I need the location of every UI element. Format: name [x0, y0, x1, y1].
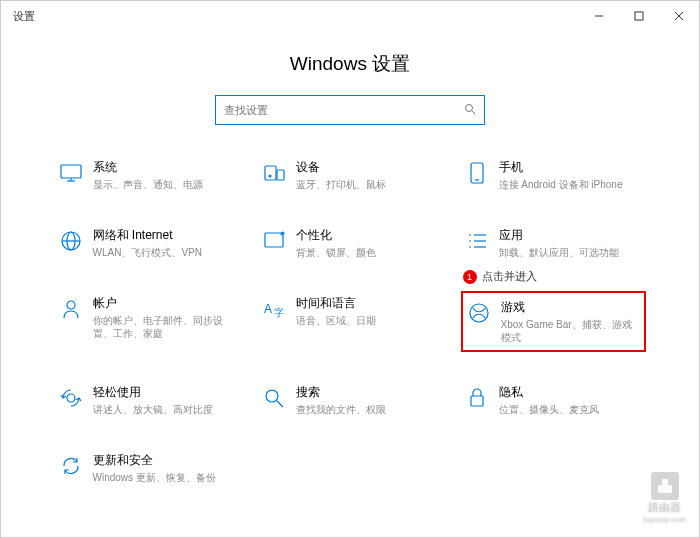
- settings-grid: 系统 显示、声音、通知、电源 设备 蓝牙、打印机、鼠标 手机 连接 Androi…: [1, 155, 699, 488]
- tile-sub: 蓝牙、打印机、鼠标: [296, 178, 439, 191]
- svg-rect-1: [635, 12, 643, 20]
- tile-phone[interactable]: 手机 连接 Android 设备和 iPhone: [461, 155, 646, 195]
- tile-accounts[interactable]: 帐户 你的帐户、电子邮件、同步设置、工作、家庭: [55, 291, 240, 352]
- tile-sub: 查找我的文件、权限: [296, 403, 439, 416]
- tile-title: 个性化: [296, 227, 439, 244]
- svg-line-30: [277, 401, 283, 407]
- tile-ease-of-access[interactable]: 轻松使用 讲述人、放大镜、高对比度: [55, 380, 240, 420]
- search-icon: [464, 103, 476, 118]
- annotation-badge: 1: [463, 270, 477, 284]
- search-container: [1, 95, 699, 125]
- tile-devices[interactable]: 设备 蓝牙、打印机、鼠标: [258, 155, 443, 195]
- minimize-button[interactable]: [579, 1, 619, 31]
- network-icon: [59, 229, 83, 253]
- tile-sub: 语音、区域、日期: [296, 314, 439, 327]
- search-input[interactable]: [224, 104, 464, 116]
- svg-rect-9: [265, 166, 276, 180]
- tile-update-security[interactable]: 更新和安全 Windows 更新、恢复、备份: [55, 448, 240, 488]
- gaming-icon: [467, 301, 491, 325]
- close-button[interactable]: [659, 1, 699, 31]
- devices-icon: [262, 161, 286, 185]
- tile-sub: 你的帐户、电子邮件、同步设置、工作、家庭: [93, 314, 236, 340]
- tile-privacy[interactable]: 隐私 位置、摄像头、麦克风: [461, 380, 646, 420]
- tile-sub: WLAN、飞行模式、VPN: [93, 246, 236, 259]
- time-language-icon: A字: [262, 297, 286, 321]
- apps-icon: [465, 229, 489, 253]
- svg-rect-31: [471, 396, 483, 406]
- ease-icon: [59, 386, 83, 410]
- svg-point-28: [67, 394, 75, 402]
- svg-rect-32: [658, 485, 672, 493]
- svg-rect-33: [662, 479, 668, 485]
- tile-personalization[interactable]: 个性化 背景、锁屏、颜色: [258, 223, 443, 263]
- tile-title: 系统: [93, 159, 236, 176]
- svg-rect-17: [265, 233, 283, 247]
- titlebar: 设置: [1, 1, 699, 31]
- svg-rect-6: [61, 165, 81, 178]
- svg-point-11: [269, 175, 271, 177]
- tile-sub: 卸载、默认应用、可选功能: [499, 246, 642, 259]
- tile-network[interactable]: 网络和 Internet WLAN、飞行模式、VPN: [55, 223, 240, 263]
- watermark: 路由器 luyouqi.com: [643, 472, 686, 524]
- svg-point-29: [266, 390, 278, 402]
- svg-rect-10: [277, 170, 284, 180]
- tile-system[interactable]: 系统 显示、声音、通知、电源: [55, 155, 240, 195]
- tile-title: 网络和 Internet: [93, 227, 236, 244]
- tile-sub: 连接 Android 设备和 iPhone: [499, 178, 642, 191]
- tile-sub: 显示、声音、通知、电源: [93, 178, 236, 191]
- maximize-button[interactable]: [619, 1, 659, 31]
- tile-title: 应用: [499, 227, 642, 244]
- tile-title: 帐户: [93, 295, 236, 312]
- tile-title: 手机: [499, 159, 642, 176]
- tile-title: 轻松使用: [93, 384, 236, 401]
- tile-apps[interactable]: 应用 卸载、默认应用、可选功能: [461, 223, 646, 263]
- annotation: 1 点击并进入: [463, 269, 537, 284]
- update-icon: [59, 454, 83, 478]
- tile-sub: 背景、锁屏、颜色: [296, 246, 439, 259]
- window-controls: [579, 1, 699, 31]
- tile-title: 时间和语言: [296, 295, 439, 312]
- svg-point-4: [466, 104, 473, 111]
- tile-sub: 讲述人、放大镜、高对比度: [93, 403, 236, 416]
- watermark-text: 路由器: [648, 500, 681, 515]
- search-box[interactable]: [215, 95, 485, 125]
- page-title: Windows 设置: [1, 51, 699, 77]
- tile-title: 搜索: [296, 384, 439, 401]
- watermark-icon: [651, 472, 679, 500]
- tile-search[interactable]: 搜索 查找我的文件、权限: [258, 380, 443, 420]
- search-tile-icon: [262, 386, 286, 410]
- svg-point-24: [67, 301, 75, 309]
- window-title: 设置: [13, 9, 579, 24]
- phone-icon: [465, 161, 489, 185]
- tile-title: 隐私: [499, 384, 642, 401]
- svg-text:字: 字: [274, 307, 284, 318]
- svg-text:A: A: [264, 302, 272, 316]
- tile-sub: Windows 更新、恢复、备份: [93, 471, 236, 484]
- svg-line-5: [472, 111, 475, 114]
- annotation-text: 点击并进入: [482, 269, 537, 284]
- privacy-icon: [465, 386, 489, 410]
- tile-title: 游戏: [501, 299, 640, 316]
- tile-sub: 位置、摄像头、麦克风: [499, 403, 642, 416]
- tile-time-language[interactable]: A字 时间和语言 语音、区域、日期: [258, 291, 443, 352]
- tile-title: 更新和安全: [93, 452, 236, 469]
- accounts-icon: [59, 297, 83, 321]
- svg-point-27: [470, 304, 488, 322]
- personalization-icon: [262, 229, 286, 253]
- watermark-sub: luyouqi.com: [643, 515, 686, 524]
- tile-gaming[interactable]: 1 点击并进入 游戏 Xbox Game Bar、捕获、游戏模式: [461, 291, 646, 352]
- tile-sub: Xbox Game Bar、捕获、游戏模式: [501, 318, 640, 344]
- system-icon: [59, 161, 83, 185]
- tile-title: 设备: [296, 159, 439, 176]
